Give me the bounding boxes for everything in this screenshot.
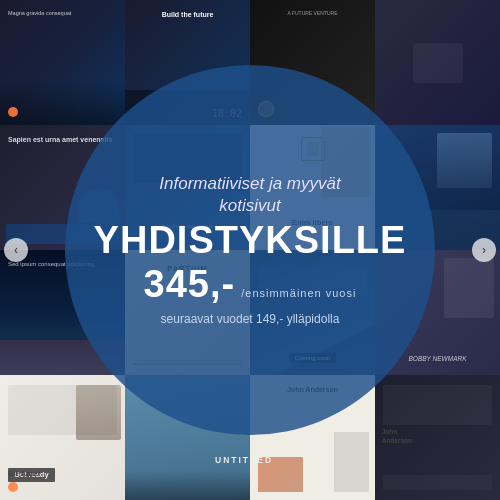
prev-arrow[interactable]: ‹: [4, 238, 28, 262]
thumb-13: Get ready: [0, 375, 125, 500]
overlay-main-text: YHDISTYKSILLE: [94, 221, 407, 261]
overlay-footer: seuraavat vuodet 149,- ylläpidolla: [161, 312, 340, 328]
thumb-1-text: Magna gravida consequat: [6, 8, 73, 20]
untitled-label: UNTITLED: [215, 455, 273, 465]
thumb-3-text: A FUTURE VENTURE: [285, 8, 339, 19]
overlay-price-suffix: /ensimmäinen vuosi: [241, 287, 356, 299]
john-anderson-label: JohnAnderson: [382, 428, 412, 445]
sit-amet-label: Sit Amet: [8, 469, 40, 478]
thumb-12-text: BOBBY NEWMARK: [406, 352, 468, 365]
overlay-price: 345,- /ensimmäinen vuosi: [144, 263, 357, 306]
thumb-4: [375, 0, 500, 125]
overlay-price-value: 345,-: [144, 263, 236, 306]
next-arrow[interactable]: ›: [472, 238, 496, 262]
promo-overlay: Informatiiviset ja myyvätkotisivut YHDIS…: [65, 65, 435, 435]
main-container: Magna gravida consequat Build the future…: [0, 0, 500, 500]
thumb-2-text: Build the future: [160, 8, 216, 22]
thumb-1: Magna gravida consequat: [0, 0, 125, 125]
overlay-subtitle: Informatiiviset ja myyvätkotisivut: [159, 173, 340, 217]
